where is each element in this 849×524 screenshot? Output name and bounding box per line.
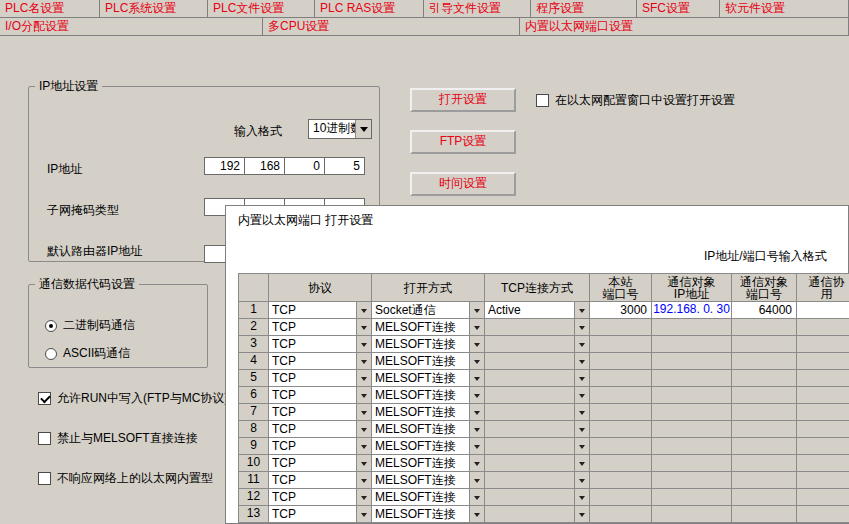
tcp-mode-select[interactable] xyxy=(485,319,590,336)
chevron-down-icon[interactable] xyxy=(469,489,484,505)
chevron-down-icon[interactable] xyxy=(469,302,484,318)
protocol-select[interactable]: TCP xyxy=(269,421,372,438)
chevron-down-icon[interactable] xyxy=(356,506,371,522)
chevron-down-icon[interactable] xyxy=(356,404,371,420)
chevron-down-icon[interactable] xyxy=(469,404,484,420)
chevron-down-icon[interactable] xyxy=(574,387,589,403)
tcp-mode-select[interactable] xyxy=(485,336,590,353)
chevron-down-icon[interactable] xyxy=(574,489,589,505)
chevron-down-icon[interactable] xyxy=(469,506,484,522)
chevron-down-icon[interactable] xyxy=(356,302,371,318)
chevron-down-icon[interactable] xyxy=(469,387,484,403)
tab-boot-file[interactable]: 引导文件设置 xyxy=(424,0,531,17)
protocol-select[interactable]: TCP xyxy=(269,370,372,387)
open-method-select[interactable]: MELSOFT连接 xyxy=(372,506,485,523)
tcp-mode-select[interactable] xyxy=(485,421,590,438)
disable-melsoft-checkbox-row[interactable]: 禁止与MELSOFT直接连接 xyxy=(38,430,198,447)
tab-plc-name[interactable]: PLC名设置 xyxy=(0,0,100,17)
allow-run-write-checkbox[interactable] xyxy=(38,392,51,405)
ip-octet-input[interactable]: 192 xyxy=(204,157,245,175)
chevron-down-icon[interactable] xyxy=(574,421,589,437)
binary-radio-row[interactable]: 二进制码通信 xyxy=(45,317,135,334)
chevron-down-icon[interactable] xyxy=(469,455,484,471)
target-port-cell[interactable]: 64000 xyxy=(732,302,797,319)
ip-octet-input[interactable]: 0 xyxy=(284,157,325,175)
no-response-checkbox-row[interactable]: 不响应网络上的以太网内置型 xyxy=(38,470,213,487)
chevron-down-icon[interactable] xyxy=(574,438,589,454)
chevron-down-icon[interactable] xyxy=(469,319,484,335)
chevron-down-icon[interactable] xyxy=(356,438,371,454)
protocol-select[interactable]: TCP xyxy=(269,404,372,421)
chevron-down-icon[interactable] xyxy=(574,370,589,386)
tab-device[interactable]: 软元件设置 xyxy=(720,0,849,17)
chevron-down-icon[interactable] xyxy=(469,438,484,454)
tcp-mode-select[interactable]: Active xyxy=(485,302,590,319)
chevron-down-icon[interactable] xyxy=(356,370,371,386)
chevron-down-icon[interactable] xyxy=(356,387,371,403)
chevron-down-icon[interactable] xyxy=(469,353,484,369)
tcp-mode-select[interactable] xyxy=(485,455,590,472)
tab-program[interactable]: 程序设置 xyxy=(531,0,637,17)
allow-run-write-checkbox-row[interactable]: 允许RUN中写入(FTP与MC协议) xyxy=(38,390,228,407)
open-method-select[interactable]: Socket通信 xyxy=(372,302,485,319)
target-ip-cell[interactable]: 192.168. 0. 30 xyxy=(652,302,732,319)
tcp-mode-select[interactable] xyxy=(485,370,590,387)
tab-plc-file[interactable]: PLC文件设置 xyxy=(208,0,315,17)
tab-multi-cpu[interactable]: 多CPU设置 xyxy=(263,18,520,35)
tcp-mode-select[interactable] xyxy=(485,353,590,370)
chevron-down-icon[interactable] xyxy=(356,472,371,488)
tcp-mode-select[interactable] xyxy=(485,387,590,404)
chevron-down-icon[interactable] xyxy=(574,455,589,471)
ip-octet-input[interactable]: 168 xyxy=(244,157,285,175)
protocol-select[interactable]: TCP xyxy=(269,319,372,336)
input-format-select[interactable]: 10进制数 xyxy=(308,119,372,139)
protocol-select[interactable]: TCP xyxy=(269,506,372,523)
ethernet-config-checkbox-row[interactable]: 在以太网配置窗口中设置打开设置 xyxy=(536,92,735,109)
chevron-down-icon[interactable] xyxy=(574,506,589,522)
protocol-select[interactable]: TCP xyxy=(269,472,372,489)
open-method-select[interactable]: MELSOFT连接 xyxy=(372,438,485,455)
chevron-down-icon[interactable] xyxy=(574,319,589,335)
chevron-down-icon[interactable] xyxy=(574,336,589,352)
chevron-down-icon[interactable] xyxy=(574,472,589,488)
chevron-down-icon[interactable] xyxy=(356,353,371,369)
chevron-down-icon[interactable] xyxy=(356,319,371,335)
open-settings-button[interactable]: 打开设置 xyxy=(410,88,516,112)
chevron-down-icon[interactable] xyxy=(469,336,484,352)
chevron-down-icon[interactable] xyxy=(356,455,371,471)
chevron-down-icon[interactable] xyxy=(355,120,371,138)
open-method-select[interactable]: MELSOFT连接 xyxy=(372,353,485,370)
chevron-down-icon[interactable] xyxy=(469,370,484,386)
protocol-select[interactable]: TCP xyxy=(269,387,372,404)
open-method-select[interactable]: MELSOFT连接 xyxy=(372,472,485,489)
tcp-mode-select[interactable] xyxy=(485,506,590,523)
chevron-down-icon[interactable] xyxy=(574,404,589,420)
protocol-select[interactable]: TCP xyxy=(269,353,372,370)
protocol-select[interactable]: TCP xyxy=(269,336,372,353)
tab-plc-system[interactable]: PLC系统设置 xyxy=(100,0,208,17)
chevron-down-icon[interactable] xyxy=(574,353,589,369)
disable-melsoft-checkbox[interactable] xyxy=(38,432,51,445)
tcp-mode-select[interactable] xyxy=(485,489,590,506)
ethernet-config-checkbox[interactable] xyxy=(536,94,549,107)
open-method-select[interactable]: MELSOFT连接 xyxy=(372,336,485,353)
open-method-select[interactable]: MELSOFT连接 xyxy=(372,370,485,387)
open-method-select[interactable]: MELSOFT连接 xyxy=(372,319,485,336)
tcp-mode-select[interactable] xyxy=(485,472,590,489)
chevron-down-icon[interactable] xyxy=(356,421,371,437)
protocol-select[interactable]: TCP xyxy=(269,302,372,319)
time-settings-button[interactable]: 时间设置 xyxy=(410,172,516,196)
chevron-down-icon[interactable] xyxy=(356,489,371,505)
open-method-select[interactable]: MELSOFT连接 xyxy=(372,421,485,438)
chevron-down-icon[interactable] xyxy=(469,472,484,488)
tcp-mode-select[interactable] xyxy=(485,438,590,455)
protocol-select[interactable]: TCP xyxy=(269,455,372,472)
tab-sfc[interactable]: SFC设置 xyxy=(637,0,720,17)
protocol-select[interactable]: TCP xyxy=(269,438,372,455)
protocol-select[interactable]: TCP xyxy=(269,489,372,506)
tab-builtin-ethernet-port[interactable]: 内置以太网端口设置 xyxy=(520,18,849,35)
extra-cell[interactable] xyxy=(797,302,849,319)
tab-plc-ras[interactable]: PLC RAS设置 xyxy=(315,0,424,17)
ftp-settings-button[interactable]: FTP设置 xyxy=(410,130,516,154)
binary-radio-button[interactable] xyxy=(45,320,57,332)
